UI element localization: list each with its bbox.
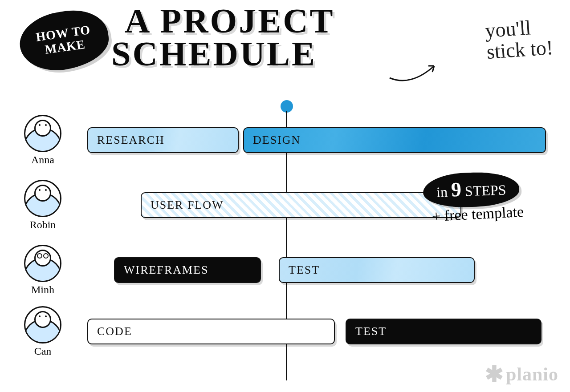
bar-label: CODE xyxy=(97,325,132,338)
avatar-wrap: Minh xyxy=(16,245,69,296)
avatar-wrap: Can xyxy=(16,306,69,357)
bar-code: CODE xyxy=(87,319,335,344)
badge-suffix: STEPS xyxy=(464,182,506,199)
bar-label: TEST xyxy=(289,263,320,277)
owner-label: Can xyxy=(34,345,52,357)
avatar-icon xyxy=(24,180,61,217)
gantt-chart: Anna RESEARCH DESIGN Robin USER FLOW xyxy=(16,113,550,363)
arrow-icon xyxy=(387,58,441,85)
row-can: Can CODE TEST xyxy=(16,305,550,358)
bar-test: TEST xyxy=(279,257,475,283)
badge-prefix: in xyxy=(436,184,448,200)
row-minh: Minh WIREFRAMES TEST xyxy=(16,243,550,297)
avatar-icon xyxy=(24,245,61,282)
owner-label: Minh xyxy=(31,284,54,296)
bar-label: DESIGN xyxy=(253,133,301,147)
title-script-line2: stick to! xyxy=(486,36,554,63)
bars: CODE TEST xyxy=(69,319,550,344)
avatar-icon xyxy=(24,306,61,344)
avatar-icon xyxy=(24,115,61,152)
bars: RESEARCH DESIGN xyxy=(69,127,550,153)
title-main-line2: SCHEDULE xyxy=(111,34,317,73)
timeline-marker-dot xyxy=(281,100,293,113)
bar-label: RESEARCH xyxy=(97,133,165,147)
bar-design: DESIGN xyxy=(243,127,546,153)
bar-label: TEST xyxy=(355,325,387,338)
row-anna: Anna RESEARCH DESIGN xyxy=(16,113,550,167)
brand-name: planio xyxy=(506,364,558,385)
bar-test: TEST xyxy=(346,319,542,344)
badge-number: 9 xyxy=(451,178,462,201)
owner-label: Robin xyxy=(30,219,56,231)
avatar-wrap: Anna xyxy=(16,115,69,166)
bar-wireframes: WIREFRAMES xyxy=(114,257,261,283)
bar-research: RESEARCH xyxy=(87,127,239,153)
owner-label: Anna xyxy=(31,154,54,166)
brand-logo: ✱ planio xyxy=(485,364,558,385)
title-script: you'll stick to! xyxy=(484,16,554,63)
avatar-wrap: Robin xyxy=(16,180,69,231)
bars: WIREFRAMES TEST xyxy=(69,257,550,283)
title-main: A PROJECT SCHEDULE xyxy=(125,4,335,70)
bar-label: WIREFRAMES xyxy=(124,263,208,277)
bar-label: USER FLOW xyxy=(151,198,224,212)
bar-user-flow: USER FLOW xyxy=(141,192,461,218)
title-bubble: HOW TO MAKE xyxy=(16,6,112,76)
